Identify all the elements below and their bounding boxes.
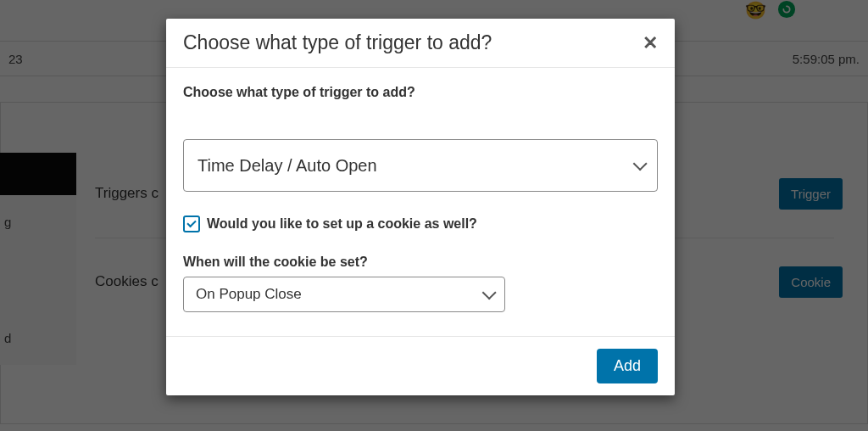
chevron-down-icon [633, 156, 648, 171]
trigger-modal: Choose what type of trigger to add? ✕ Ch… [166, 19, 675, 395]
modal-footer: Add [166, 336, 675, 395]
cookie-when-value: On Popup Close [196, 286, 482, 303]
cookie-checkbox[interactable] [183, 216, 200, 232]
trigger-type-select[interactable]: Time Delay / Auto Open [183, 139, 658, 192]
add-button[interactable]: Add [597, 349, 658, 383]
close-icon[interactable]: ✕ [643, 34, 658, 53]
modal-body: Choose what type of trigger to add? Time… [166, 68, 675, 336]
chevron-down-icon [482, 285, 497, 299]
checkmark-icon [186, 218, 196, 227]
trigger-type-label: Choose what type of trigger to add? [183, 85, 658, 100]
cookie-when-label: When will the cookie be set? [183, 255, 658, 270]
modal-title: Choose what type of trigger to add? [183, 31, 492, 54]
trigger-type-value: Time Delay / Auto Open [198, 156, 633, 176]
modal-header: Choose what type of trigger to add? ✕ [166, 19, 675, 68]
cookie-when-select[interactable]: On Popup Close [183, 277, 505, 312]
cookie-checkbox-row: Would you like to set up a cookie as wel… [183, 216, 658, 232]
cookie-checkbox-label: Would you like to set up a cookie as wel… [207, 216, 477, 232]
